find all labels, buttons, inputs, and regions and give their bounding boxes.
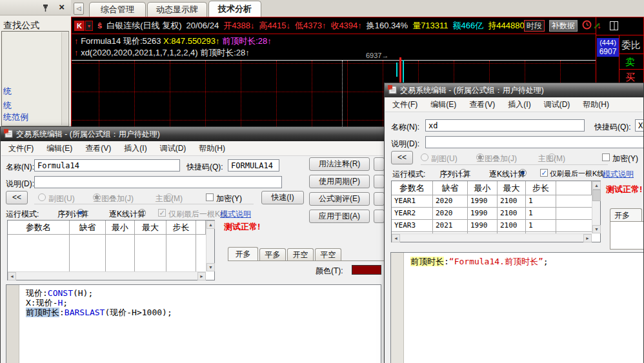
collapse-button[interactable]: <<: [391, 151, 413, 164]
scroll-right-icon[interactable]: ►: [583, 234, 592, 242]
last-bar-checkbox[interactable]: ✓: [158, 209, 166, 217]
tab-open-long[interactable]: 开多: [610, 208, 642, 222]
param-cell[interactable]: YEAR3: [392, 220, 433, 232]
shortcut-input[interactable]: [635, 119, 644, 132]
param-cell[interactable]: 1: [526, 220, 556, 232]
scroll-right-icon[interactable]: ►: [197, 272, 206, 280]
param-cell[interactable]: 1990: [468, 195, 498, 208]
window-split-icon[interactable]: [610, 21, 618, 32]
menu-help[interactable]: 帮助(H): [199, 143, 225, 154]
kline-dropdown-icon[interactable]: ▼: [85, 21, 93, 31]
param-cell[interactable]: YEAR1: [392, 195, 433, 208]
param-cell[interactable]: 1990: [468, 220, 498, 232]
scroll-up-icon[interactable]: ▲: [592, 181, 601, 190]
signal-tab-pane: [610, 221, 644, 250]
last-bar-checkbox[interactable]: ✓: [540, 169, 548, 177]
menu-file[interactable]: 文件(F): [392, 99, 418, 110]
name-input[interactable]: [425, 119, 585, 132]
mode-help-link[interactable]: 模式说明: [603, 169, 634, 180]
param-cell[interactable]: 2100: [498, 195, 526, 208]
param-cell[interactable]: YEAR2: [392, 208, 433, 220]
param-cell[interactable]: 2020: [433, 208, 468, 220]
param-cell[interactable]: 2100: [498, 220, 526, 232]
tab-close-short[interactable]: 平空: [315, 248, 341, 261]
menu-view[interactable]: 查看(V): [469, 99, 495, 110]
shortcut-input[interactable]: [228, 159, 279, 172]
download-arrow-icon[interactable]: ↓: [597, 20, 601, 30]
tab-dongtai-xianshipai[interactable]: 动态显示牌: [147, 2, 207, 17]
mode-help-link[interactable]: 模式说明: [220, 209, 251, 220]
instrument-name: 白银连续(日线 复权): [106, 20, 181, 32]
back-arrow-icon[interactable]: ◁: [74, 3, 84, 15]
app-icon: [4, 129, 13, 140]
tab-close-long[interactable]: 平多: [259, 248, 286, 261]
tab-open-short[interactable]: 开空: [287, 248, 314, 261]
test-status: 测试正常!: [606, 184, 642, 195]
apply-to-chart-button[interactable]: 应用于图(A): [309, 210, 370, 223]
encrypt-checkbox[interactable]: [206, 193, 214, 201]
menu-insert[interactable]: 插入(I): [508, 99, 530, 110]
param-cell[interactable]: 2100: [498, 208, 526, 220]
formula-test-button[interactable]: 公式测评(E): [309, 192, 370, 206]
use-period-button[interactable]: 使用周期(P): [309, 175, 370, 188]
selected-quote-cell[interactable]: (444) 6907: [597, 38, 619, 57]
color-swatch[interactable]: [352, 265, 381, 275]
menu-bar: 文件(F) 编辑(E) 查看(V) 插入(I) 调试(D) 帮助(H): [385, 97, 643, 112]
desc-input[interactable]: [34, 176, 282, 188]
param-cell[interactable]: 1: [526, 195, 556, 208]
weibi-label[interactable]: 委比: [621, 39, 641, 52]
code-line: 前顶时长:“Formula14.前顶时长”;: [410, 256, 548, 268]
encrypt-checkbox[interactable]: [602, 153, 610, 161]
scroll-left-icon[interactable]: ◄: [8, 272, 16, 280]
pin-icon[interactable]: [42, 4, 49, 14]
tab-zonghe-guanli[interactable]: 综合管理: [89, 2, 146, 17]
formula-tree-item[interactable]: 统: [3, 86, 12, 97]
sell-label[interactable]: 卖: [625, 56, 635, 68]
scroll-down-icon[interactable]: ▼: [592, 225, 601, 233]
formula-tree-item[interactable]: 统范例: [3, 112, 28, 123]
menu-edit[interactable]: 编辑(E): [46, 143, 72, 154]
subchart-radio[interactable]: [421, 153, 428, 161]
subchart-radio[interactable]: [38, 193, 46, 201]
menu-insert[interactable]: 插入(I): [124, 143, 146, 154]
kline-button[interactable]: K: [74, 21, 85, 31]
code-editor[interactable]: 前顶时长:“Formula14.前顶时长”;: [390, 252, 644, 363]
usage-note-button[interactable]: 用法注释(R): [309, 157, 370, 171]
divider: [421, 164, 608, 165]
param-cell[interactable]: 2021: [433, 220, 468, 232]
table-hscrollbar: ◄ ►: [8, 271, 206, 280]
period-button[interactable]: 时段: [524, 20, 545, 32]
clipped-button[interactable]: [374, 157, 385, 171]
tab-open-long[interactable]: 开多: [228, 247, 258, 261]
empty-cell: [106, 235, 135, 271]
clock-icon[interactable]: [582, 20, 592, 32]
desc-input[interactable]: [425, 136, 644, 148]
menu-file[interactable]: 文件(F): [8, 143, 34, 154]
clipped-button[interactable]: [374, 175, 385, 188]
close-icon[interactable]: ×: [59, 1, 65, 12]
dialog-titlebar[interactable]: 交易系统编辑 - (所属公式组：用户待处理): [385, 83, 643, 97]
scroll-up-icon[interactable]: ▲: [206, 221, 215, 229]
menu-view[interactable]: 查看(V): [85, 143, 111, 154]
clipped-button[interactable]: [374, 210, 385, 223]
collapse-button[interactable]: <<: [6, 191, 28, 204]
scroll-thumb[interactable]: [592, 190, 601, 201]
formula-tree-item[interactable]: 统: [3, 100, 12, 112]
menu-debug[interactable]: 调试(D): [544, 99, 570, 110]
name-input[interactable]: [34, 159, 180, 172]
tab-jishu-fenxi[interactable]: 技术分析: [208, 1, 261, 17]
param-cell[interactable]: 1: [526, 208, 556, 220]
code-editor[interactable]: 现价:CONST(H); X:现价-H; 前顶时长:BARSLAST(现价-H>…: [6, 284, 381, 363]
clipped-button[interactable]: [374, 192, 385, 206]
menu-help[interactable]: 帮助(H): [583, 99, 609, 110]
sidebar-scrollbar[interactable]: [61, 32, 68, 125]
dialog-titlebar[interactable]: 交易系统编辑 - (所属公式组：用户待处理): [1, 127, 384, 141]
quick-button[interactable]: 快速(I): [261, 191, 304, 204]
scroll-left-icon[interactable]: ◄: [392, 234, 400, 242]
menu-edit[interactable]: 编辑(E): [430, 99, 456, 110]
param-cell[interactable]: 2020: [433, 195, 468, 208]
scroll-down-icon[interactable]: ▼: [206, 263, 215, 271]
param-cell[interactable]: 1990: [468, 208, 498, 220]
menu-debug[interactable]: 调试(D): [160, 143, 186, 154]
fill-data-button[interactable]: 补数据: [549, 20, 578, 32]
